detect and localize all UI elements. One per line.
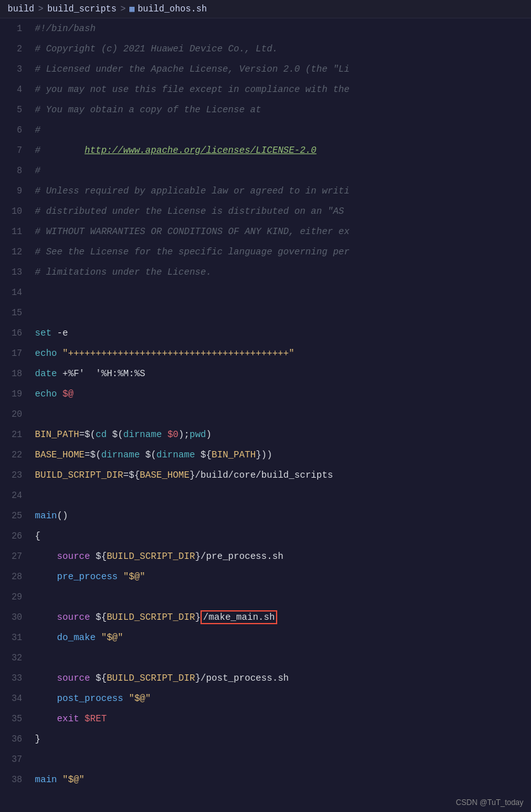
line-number-8: 8: [0, 160, 35, 181]
line-number-36: 36: [0, 729, 35, 749]
code-line-33: 33 source ${BUILD_SCRIPT_DIR}/post_proce…: [0, 668, 531, 688]
code-line-26: 26{: [0, 526, 531, 546]
line-number-35: 35: [0, 709, 35, 729]
code-line-30: 30 source ${BUILD_SCRIPT_DIR}/make_main.…: [0, 607, 531, 627]
code-line-6: 6#: [0, 120, 531, 140]
code-line-36: 36}: [0, 729, 531, 749]
code-line-31: 31 do_make "$@": [0, 627, 531, 648]
code-line-38: 38main "$@": [0, 769, 531, 790]
line-number-9: 9: [0, 181, 35, 201]
code-line-29: 29: [0, 587, 531, 607]
line-number-23: 23: [0, 465, 35, 485]
line-content-19: echo $@: [35, 384, 531, 404]
code-line-10: 10# distributed under the License is dis…: [0, 201, 531, 221]
line-number-17: 17: [0, 343, 35, 363]
code-line-19: 19echo $@: [0, 384, 531, 404]
breadcrumb-build-scripts[interactable]: build_scripts: [47, 4, 116, 14]
line-content-17: echo "++++++++++++++++++++++++++++++++++…: [35, 343, 531, 363]
line-content-6: #: [35, 120, 531, 140]
watermark: CSDN @TuT_today: [456, 798, 523, 807]
line-content-30: source ${BUILD_SCRIPT_DIR}/make_main.sh: [35, 607, 531, 627]
line-number-7: 7: [0, 140, 35, 160]
line-content-25: main(): [35, 506, 531, 526]
code-line-37: 37: [0, 749, 531, 769]
code-line-3: 3# Licensed under the Apache License, Ve…: [0, 59, 531, 79]
breadcrumb: build > build_scripts > ▦ build_ohos.sh: [0, 0, 531, 18]
code-line-28: 28 pre_process "$@": [0, 566, 531, 587]
line-number-22: 22: [0, 445, 35, 465]
code-line-17: 17echo "++++++++++++++++++++++++++++++++…: [0, 343, 531, 363]
code-line-34: 34 post_process "$@": [0, 688, 531, 709]
code-line-22: 22BASE_HOME=$(dirname $(dirname ${BIN_PA…: [0, 445, 531, 465]
line-number-10: 10: [0, 201, 35, 221]
line-content-34: post_process "$@": [35, 688, 531, 709]
line-content-18: date +%F' '%H:%M:%S: [35, 363, 531, 384]
line-content-31: do_make "$@": [35, 627, 531, 648]
line-number-32: 32: [0, 648, 35, 668]
code-line-32: 32: [0, 648, 531, 668]
code-line-23: 23BUILD_SCRIPT_DIR=${BASE_HOME}/build/co…: [0, 465, 531, 485]
line-number-3: 3: [0, 59, 35, 79]
line-number-14: 14: [0, 282, 35, 303]
line-number-6: 6: [0, 120, 35, 140]
line-number-34: 34: [0, 688, 35, 709]
line-content-21: BIN_PATH=$(cd $(dirname $0);pwd): [35, 424, 531, 445]
line-content-35: exit $RET: [35, 709, 531, 729]
line-number-5: 5: [0, 100, 35, 120]
line-number-33: 33: [0, 668, 35, 688]
code-line-18: 18date +%F' '%H:%M:%S: [0, 363, 531, 384]
line-number-24: 24: [0, 485, 35, 506]
line-content-5: # You may obtain a copy of the License a…: [35, 100, 531, 120]
line-number-27: 27: [0, 546, 35, 566]
line-content-14: [35, 282, 531, 303]
line-content-9: # Unless required by applicable law or a…: [35, 181, 531, 201]
line-number-19: 19: [0, 384, 35, 404]
line-content-8: #: [35, 160, 531, 181]
code-line-35: 35 exit $RET: [0, 709, 531, 729]
code-line-11: 11# WITHOUT WARRANTIES OR CONDITIONS OF …: [0, 221, 531, 242]
line-content-16: set -e: [35, 323, 531, 343]
line-content-15: [35, 303, 531, 323]
code-line-27: 27 source ${BUILD_SCRIPT_DIR}/pre_proces…: [0, 546, 531, 566]
line-content-27: source ${BUILD_SCRIPT_DIR}/pre_process.s…: [35, 546, 531, 566]
code-line-15: 15: [0, 303, 531, 323]
line-number-15: 15: [0, 303, 35, 323]
line-number-31: 31: [0, 627, 35, 648]
line-number-1: 1: [0, 18, 35, 39]
code-line-20: 20: [0, 404, 531, 424]
line-content-12: # See the License for the specific langu…: [35, 242, 531, 262]
line-content-32: [35, 648, 531, 668]
line-content-24: [35, 485, 531, 506]
line-number-38: 38: [0, 769, 35, 790]
file-icon: ▦: [129, 4, 134, 14]
line-content-20: [35, 404, 531, 424]
code-line-21: 21BIN_PATH=$(cd $(dirname $0);pwd): [0, 424, 531, 445]
line-content-7: # http://www.apache.org/licenses/LICENSE…: [35, 140, 531, 160]
line-number-18: 18: [0, 363, 35, 384]
line-content-38: main "$@": [35, 769, 531, 790]
code-line-4: 4# you may not use this file except in c…: [0, 79, 531, 100]
breadcrumb-sep2: >: [121, 4, 126, 14]
code-line-7: 7# http://www.apache.org/licenses/LICENS…: [0, 140, 531, 160]
line-number-13: 13: [0, 262, 35, 282]
code-line-2: 2# Copyright (c) 2021 Huawei Device Co.,…: [0, 39, 531, 59]
code-line-5: 5# You may obtain a copy of the License …: [0, 100, 531, 120]
code-line-14: 14: [0, 282, 531, 303]
line-number-30: 30: [0, 607, 35, 627]
line-number-4: 4: [0, 79, 35, 100]
line-content-2: # Copyright (c) 2021 Huawei Device Co., …: [35, 39, 531, 59]
line-number-25: 25: [0, 506, 35, 526]
code-line-8: 8#: [0, 160, 531, 181]
breadcrumb-build[interactable]: build: [8, 4, 34, 14]
line-number-16: 16: [0, 323, 35, 343]
line-content-3: # Licensed under the Apache License, Ver…: [35, 59, 531, 79]
line-content-23: BUILD_SCRIPT_DIR=${BASE_HOME}/build/core…: [35, 465, 531, 485]
code-line-25: 25main(): [0, 506, 531, 526]
code-editor: 1#!/bin/bash2# Copyright (c) 2021 Huawei…: [0, 18, 531, 790]
line-content-13: # limitations under the License.: [35, 262, 531, 282]
line-content-22: BASE_HOME=$(dirname $(dirname ${BIN_PATH…: [35, 445, 531, 465]
line-content-28: pre_process "$@": [35, 566, 531, 587]
line-number-21: 21: [0, 424, 35, 445]
line-content-4: # you may not use this file except in co…: [35, 79, 531, 100]
code-line-12: 12# See the License for the specific lan…: [0, 242, 531, 262]
